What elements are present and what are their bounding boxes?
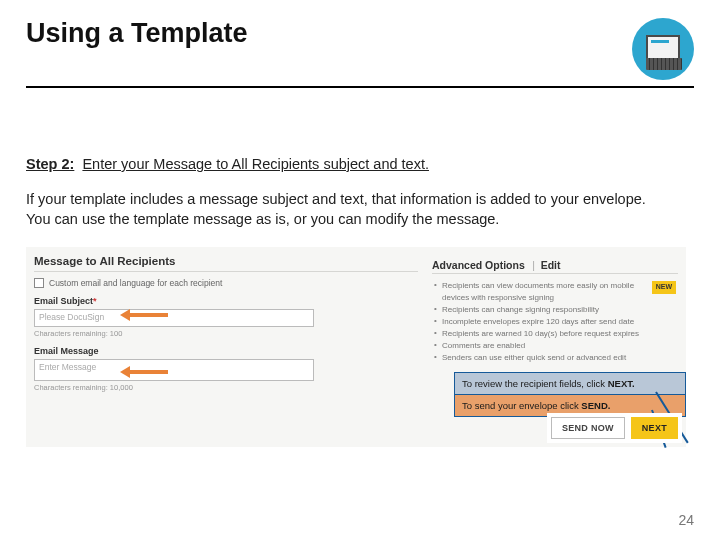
email-subject-input[interactable]: Please DocuSign bbox=[34, 309, 314, 327]
advanced-options-heading: Advanced Options | Edit bbox=[432, 255, 678, 273]
list-item: Incomplete envelopes expire 120 days aft… bbox=[432, 316, 678, 328]
divider bbox=[34, 271, 418, 272]
new-badge: NEW bbox=[652, 281, 676, 294]
page-number: 24 bbox=[678, 512, 694, 528]
advanced-options-list: Recipients can view documents more easil… bbox=[432, 280, 678, 364]
list-item: Comments are enabled bbox=[432, 340, 678, 352]
divider bbox=[432, 273, 678, 274]
list-item: Recipients can change signing responsibi… bbox=[432, 304, 678, 316]
arrow-icon bbox=[120, 367, 168, 375]
title-rule bbox=[26, 86, 694, 88]
subject-counter: Characters remaining: 100 bbox=[34, 329, 418, 338]
checkbox-icon[interactable] bbox=[34, 278, 44, 288]
step-text: Enter your Message to All Recipients sub… bbox=[82, 156, 429, 172]
next-button[interactable]: NEXT bbox=[631, 417, 678, 439]
explanation-text: If your template includes a message subj… bbox=[26, 190, 666, 229]
page-title: Using a Template bbox=[26, 18, 248, 49]
message-counter: Characters remaining: 10,000 bbox=[34, 383, 418, 392]
email-message-input[interactable]: Enter Message bbox=[34, 359, 314, 381]
list-item: Recipients are warned 10 day(s) before r… bbox=[432, 328, 678, 340]
email-subject-label: Email Subject* bbox=[34, 296, 418, 306]
custom-email-label: Custom email and language for each recip… bbox=[49, 278, 222, 288]
send-now-button[interactable]: SEND NOW bbox=[551, 417, 625, 439]
callout-next: To review the recipient fields, click NE… bbox=[455, 373, 685, 395]
list-item: Recipients can view documents more easil… bbox=[432, 280, 678, 304]
custom-email-checkbox-row[interactable]: Custom email and language for each recip… bbox=[34, 278, 418, 288]
edit-link[interactable]: Edit bbox=[541, 259, 561, 271]
arrow-icon bbox=[120, 310, 168, 318]
computer-logo-icon bbox=[632, 18, 694, 80]
section-title: Message to All Recipients bbox=[34, 255, 418, 267]
list-item: Senders can use either quick send or adv… bbox=[432, 352, 678, 364]
email-message-label: Email Message bbox=[34, 346, 418, 356]
step-heading: Step 2: Enter your Message to All Recipi… bbox=[26, 156, 694, 172]
action-buttons: SEND NOW NEXT bbox=[547, 413, 682, 443]
embedded-screenshot: Message to All Recipients Custom email a… bbox=[26, 247, 686, 447]
step-label: Step 2: bbox=[26, 156, 74, 172]
